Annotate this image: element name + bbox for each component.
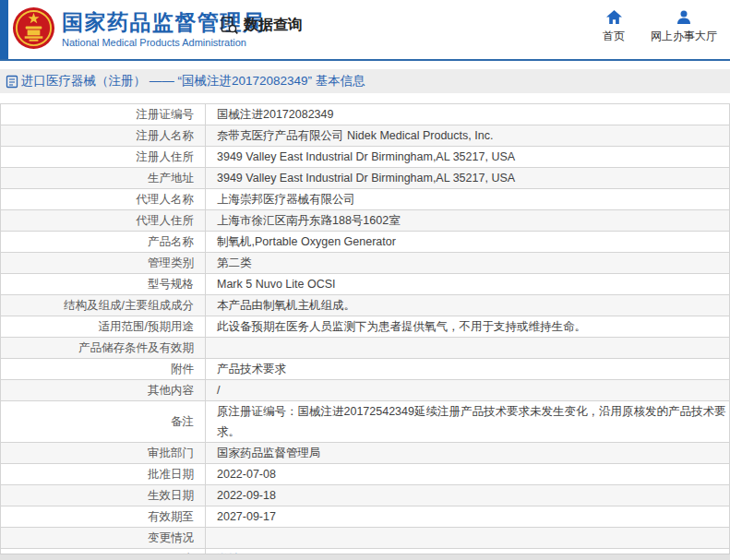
national-emblem-icon [12, 6, 55, 50]
row-label: 代理人名称 [1, 189, 206, 209]
table-row: 产品名称制氧机,Portable Oxygen Generator [1, 232, 729, 253]
table-row: 代理人名称上海崇邦医疗器械有限公司 [1, 189, 729, 210]
row-value: 国械注进20172082349 [206, 104, 729, 125]
table-row: 适用范围/预期用途此设备预期在医务人员监测下为患者提供氧气，不用于支持或维持生命… [1, 316, 729, 338]
row-label: 附件 [1, 359, 206, 379]
breadcrumb: 进口医疗器械（注册） —— “国械注进20172082349” 基本信息 [0, 69, 730, 93]
table-row: 批准日期2022-07-08 [1, 464, 729, 485]
row-label: 型号规格 [1, 274, 206, 294]
row-label: 审批部门 [1, 443, 206, 463]
nav-service-hall-label: 网上办事大厅 [651, 29, 717, 44]
table-row: 代理人住所上海市徐汇区南丹东路188号1602室 [1, 210, 729, 232]
row-value: 此设备预期在医务人员监测下为患者提供氧气，不用于支持或维持生命。 [206, 316, 729, 337]
footer-bar [0, 554, 730, 560]
row-label: 代理人住所 [1, 210, 206, 231]
registration-info-table: 注册证编号国械注进20172082349注册人名称奈带克医疗产品有限公司 Nid… [0, 103, 730, 560]
header-divider [0, 59, 730, 61]
row-value: 2022-09-18 [206, 485, 729, 506]
org-name-en: National Medical Products Administration [62, 37, 266, 48]
row-value: 2022-07-08 [206, 464, 729, 484]
row-label: 生效日期 [1, 485, 206, 506]
row-value: Mark 5 Nuvo Lite OCSI [206, 274, 729, 294]
row-value [206, 528, 729, 548]
row-label: 管理类别 [1, 253, 206, 273]
row-value: 制氧机,Portable Oxygen Generator [206, 232, 729, 252]
row-label: 注册人名称 [1, 125, 206, 146]
table-row: 产品储存条件及有效期 [1, 338, 729, 359]
row-value: / [206, 380, 729, 400]
row-value: 3949 Valley East Industrial Dr Birmingha… [206, 147, 729, 167]
row-value: 国家药品监督管理局 [206, 443, 729, 463]
data-query-label: 数据查询 [244, 16, 303, 35]
table-row: 变更情况 [1, 528, 729, 549]
table-row: 结构及组成/主要组成成分本产品由制氧机主机组成。 [1, 295, 729, 316]
row-label: 产品名称 [1, 232, 206, 252]
row-value [206, 338, 729, 358]
row-value: 原注册证编号：国械注进20172542349延续注册产品技术要求未发生变化，沿用… [206, 401, 729, 442]
row-label: 备注 [1, 401, 206, 442]
row-label: 有效期至 [1, 506, 206, 527]
row-label: 注册人住所 [1, 147, 206, 167]
nav-home[interactable]: 首页 [603, 10, 625, 44]
row-label: 批准日期 [1, 464, 206, 484]
table-row: 注册人名称奈带克医疗产品有限公司 Nidek Medical Products,… [1, 125, 729, 147]
table-row: 注册人住所3949 Valley East Industrial Dr Birm… [1, 147, 729, 168]
nav-home-label: 首页 [603, 29, 625, 44]
table-row: 生效日期2022-09-18 [1, 485, 729, 506]
data-query-nav[interactable]: 数据查询 [220, 16, 303, 35]
table-row: 型号规格Mark 5 Nuvo Lite OCSI [1, 274, 729, 295]
left-accent-strip [0, 0, 8, 59]
table-row: 备注原注册证编号：国械注进20172542349延续注册产品技术要求未发生变化，… [1, 401, 729, 443]
row-value: 3949 Valley East Industrial Dr Birmingha… [206, 168, 729, 188]
page-header: 国家药品监督管理局 National Medical Products Admi… [0, 0, 730, 59]
row-label: 产品储存条件及有效期 [1, 338, 206, 358]
row-value: 第二类 [206, 253, 729, 273]
row-label: 注册证编号 [1, 104, 206, 125]
table-row: 管理类别第二类 [1, 253, 729, 274]
document-search-icon [220, 16, 239, 35]
document-icon [6, 75, 18, 89]
row-label: 变更情况 [1, 528, 206, 548]
row-value: 奈带克医疗产品有限公司 Nidek Medical Products, Inc. [206, 125, 729, 146]
row-label: 适用范围/预期用途 [1, 316, 206, 337]
nav-service-hall[interactable]: 网上办事大厅 [651, 10, 717, 44]
table-row: 注册证编号国械注进20172082349 [1, 104, 729, 125]
table-row: 附件产品技术要求 [1, 359, 729, 380]
table-row: 审批部门国家药品监督管理局 [1, 443, 729, 464]
row-value: 2027-09-17 [206, 506, 729, 527]
row-value: 产品技术要求 [206, 359, 729, 379]
row-label: 其他内容 [1, 380, 206, 400]
person-icon [676, 10, 691, 24]
row-value: 上海崇邦医疗器械有限公司 [206, 189, 729, 209]
row-label: 结构及组成/主要组成成分 [1, 295, 206, 316]
top-nav: 首页 网上办事大厅 [603, 10, 717, 44]
table-row: 有效期至2027-09-17 [1, 506, 729, 528]
table-row: 生产地址3949 Valley East Industrial Dr Birmi… [1, 168, 729, 189]
table-row: 其他内容/ [1, 380, 729, 401]
row-label: 生产地址 [1, 168, 206, 188]
row-value: 上海市徐汇区南丹东路188号1602室 [206, 210, 729, 231]
row-value: 本产品由制氧机主机组成。 [206, 295, 729, 316]
breadcrumb-text: 进口医疗器械（注册） —— “国械注进20172082349” 基本信息 [21, 73, 365, 89]
home-icon [606, 10, 622, 24]
